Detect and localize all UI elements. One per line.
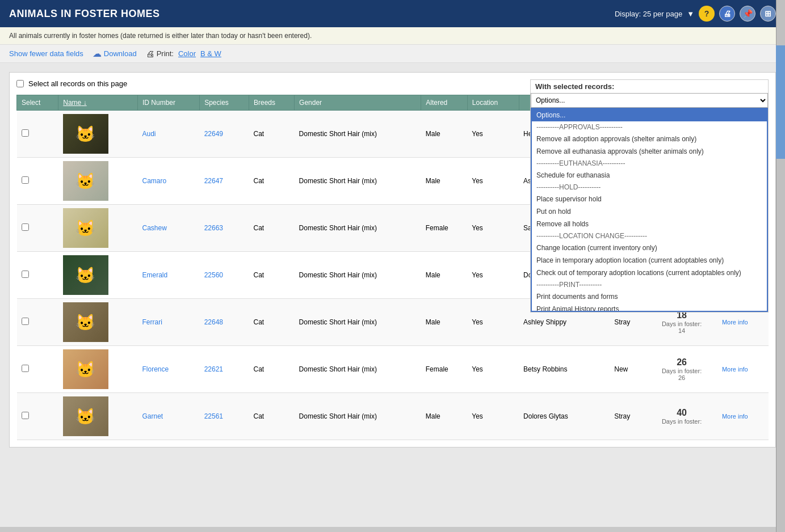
animal-id-link[interactable]: 22663 [204, 224, 223, 232]
grid-button[interactable]: ⊞ [760, 6, 776, 22]
dropdown-item[interactable]: Change location (current inventory only) [532, 242, 767, 254]
download-button[interactable]: ☁ Download [93, 48, 137, 59]
print-bw-link[interactable]: B & W [200, 49, 221, 58]
cell-name: Ferrari [137, 299, 199, 346]
cell-gender: Male [421, 158, 468, 205]
info-bar: All animals currently in foster homes (d… [0, 27, 785, 45]
cell-species: Cat [249, 346, 295, 393]
row-checkbox-6[interactable] [22, 412, 29, 419]
dropdown-item[interactable]: Remove all euthanasia approvals (shelter… [532, 145, 767, 158]
row-checkbox-2[interactable] [22, 223, 29, 231]
cell-gender: Male [421, 299, 468, 346]
cell-breeds: Domestic Short Hair (mix) [295, 205, 421, 252]
animal-name-link[interactable]: Audi [142, 130, 156, 138]
dropdown-item[interactable]: Schedule for euthanasia [532, 169, 767, 181]
show-fewer-link[interactable]: Show fewer data fields [9, 49, 83, 58]
more-info-link[interactable]: More info [722, 366, 748, 373]
cell-intake: New [610, 346, 646, 393]
cell-gender: Male [421, 393, 468, 440]
cell-breeds: Domestic Short Hair (mix) [295, 393, 421, 440]
cell-name: Florence [137, 346, 199, 393]
cell-select [17, 158, 58, 205]
animal-id-link[interactable]: 22649 [204, 130, 223, 138]
more-info-link[interactable]: More info [722, 319, 748, 326]
cell-image: 🐱 [58, 299, 138, 346]
help-button[interactable]: ? [699, 6, 715, 22]
scrollbar-thumb[interactable] [776, 45, 785, 159]
cell-image: 🐱 [58, 205, 138, 252]
dropdown-separator: ----------APPROVALS---------- [532, 121, 767, 133]
select-all-label: Select all records on this page [28, 79, 127, 88]
cell-image: 🐱 [58, 111, 138, 158]
row-checkbox-4[interactable] [22, 318, 29, 325]
col-name[interactable]: Name ↓ [58, 95, 138, 111]
cell-select [17, 111, 58, 158]
cell-more: More info [717, 393, 769, 440]
print-color-link[interactable]: Color [178, 49, 196, 58]
cell-days: 40 Days in foster: [646, 393, 717, 440]
cell-name: Audi [137, 111, 199, 158]
animal-id-link[interactable]: 22561 [204, 412, 223, 420]
col-altered[interactable]: Altered [421, 95, 468, 111]
main-content: Select all records on this page With sel… [0, 63, 785, 527]
dropdown-list: Options...----------APPROVALS----------R… [531, 108, 768, 312]
animal-id-link[interactable]: 22647 [204, 177, 223, 185]
print-icon-button[interactable]: 🖨 [719, 6, 735, 22]
col-breeds[interactable]: Breeds [249, 95, 295, 111]
cell-species: Cat [249, 252, 295, 299]
days-label: Days in foster: [650, 418, 713, 425]
more-info-link[interactable]: More info [722, 413, 748, 420]
col-species[interactable]: Species [200, 95, 249, 111]
row-checkbox-0[interactable] [22, 129, 29, 137]
days-foster: 14 [650, 327, 713, 334]
animal-thumbnail: 🐱 [63, 302, 108, 342]
cell-breeds: Domestic Short Hair (mix) [295, 252, 421, 299]
dropdown-separator: ----------EUTHANASIA---------- [532, 158, 767, 169]
animal-name-link[interactable]: Emerald [142, 271, 167, 279]
animal-name-link[interactable]: Florence [142, 365, 169, 373]
dropdown-item[interactable]: Place in temporary adoption location (cu… [532, 254, 767, 267]
table-row: 🐱 Florence 22621 Cat Domestic Short Hair… [17, 346, 769, 393]
animal-thumbnail: 🐱 [63, 396, 108, 436]
cell-id: 22621 [200, 346, 249, 393]
animal-name-link[interactable]: Cashew [142, 224, 166, 232]
animal-name-link[interactable]: Camaro [142, 177, 166, 185]
dropdown-item[interactable]: Check out of temporary adoption location… [532, 267, 767, 279]
col-gender[interactable]: Gender [295, 95, 421, 111]
display-label: Display: 25 per page [615, 10, 682, 18]
download-link[interactable]: Download [104, 49, 137, 58]
cell-id: 22648 [200, 299, 249, 346]
download-cloud-icon: ☁ [93, 48, 102, 59]
cell-image: 🐱 [58, 393, 138, 440]
animal-name-link[interactable]: Garnet [142, 412, 163, 420]
select-all-checkbox[interactable] [16, 80, 24, 87]
dropdown-item[interactable]: Place supervisor hold [532, 193, 767, 205]
animal-name-link[interactable]: Ferrari [142, 318, 162, 326]
col-id[interactable]: ID Number [137, 95, 199, 111]
dropdown-item[interactable]: Remove all holds [532, 218, 767, 230]
cell-altered: Yes [467, 346, 519, 393]
with-selected-panel: With selected records: Options... Option… [530, 79, 769, 313]
name-sort-link[interactable]: Name ↓ [63, 99, 86, 107]
dropdown-item[interactable]: Print Animal History reports [532, 303, 767, 312]
scrollbar[interactable] [776, 0, 785, 527]
days-number: 40 [650, 408, 713, 418]
row-checkbox-3[interactable] [22, 271, 29, 278]
dropdown-item[interactable]: Print documents and forms [532, 290, 767, 303]
header-controls: Display: 25 per page ▼ ? 🖨 📌 ⊞ [615, 6, 776, 22]
pin-button[interactable]: 📌 [740, 6, 755, 22]
cell-altered: Yes [467, 393, 519, 440]
animal-id-link[interactable]: 22621 [204, 365, 223, 373]
animal-id-link[interactable]: 22648 [204, 318, 223, 326]
row-checkbox-1[interactable] [22, 176, 29, 184]
cell-gender: Female [421, 346, 468, 393]
with-selected-select[interactable]: Options... [531, 93, 768, 108]
cell-days: 26 Days in foster: 26 [646, 346, 717, 393]
col-location[interactable]: Location [467, 95, 519, 111]
dropdown-item[interactable]: Put on hold [532, 205, 767, 218]
animal-thumbnail: 🐱 [63, 255, 108, 295]
row-checkbox-5[interactable] [22, 365, 29, 372]
cell-select [17, 393, 58, 440]
dropdown-item[interactable]: Remove all adoption approvals (shelter a… [532, 133, 767, 145]
animal-id-link[interactable]: 22560 [204, 271, 223, 279]
